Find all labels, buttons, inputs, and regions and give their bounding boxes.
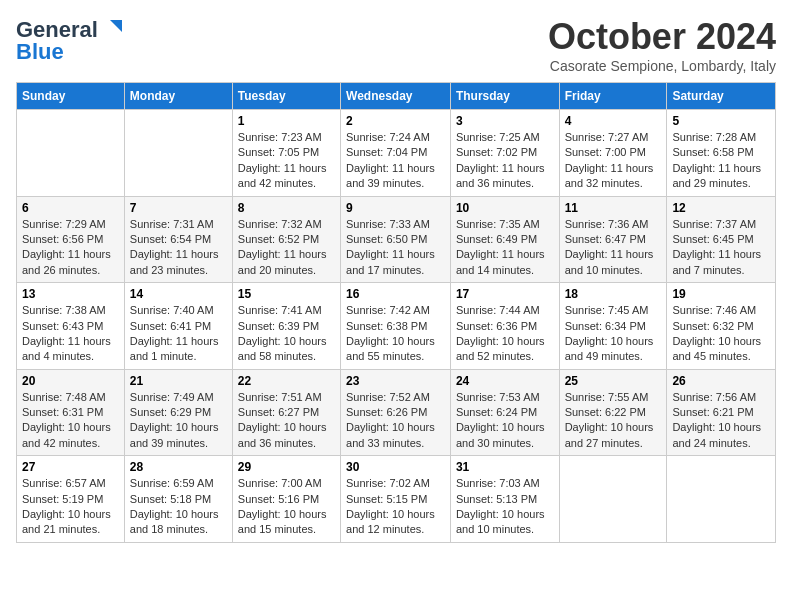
day-cell <box>124 110 232 197</box>
day-cell: 2Sunrise: 7:24 AMSunset: 7:04 PMDaylight… <box>341 110 451 197</box>
page-header: General Blue October 2024 Casorate Sempi… <box>16 16 776 74</box>
day-number: 3 <box>456 114 554 128</box>
day-cell <box>17 110 125 197</box>
day-cell: 19Sunrise: 7:46 AMSunset: 6:32 PMDayligh… <box>667 283 776 370</box>
day-cell <box>667 456 776 543</box>
day-cell: 17Sunrise: 7:44 AMSunset: 6:36 PMDayligh… <box>450 283 559 370</box>
weekday-header-sunday: Sunday <box>17 83 125 110</box>
day-info: Sunrise: 7:40 AMSunset: 6:41 PMDaylight:… <box>130 303 227 365</box>
day-cell: 11Sunrise: 7:36 AMSunset: 6:47 PMDayligh… <box>559 196 667 283</box>
day-number: 11 <box>565 201 662 215</box>
day-number: 24 <box>456 374 554 388</box>
day-info: Sunrise: 7:42 AMSunset: 6:38 PMDaylight:… <box>346 303 445 365</box>
day-info: Sunrise: 7:24 AMSunset: 7:04 PMDaylight:… <box>346 130 445 192</box>
day-cell: 8Sunrise: 7:32 AMSunset: 6:52 PMDaylight… <box>232 196 340 283</box>
day-info: Sunrise: 7:37 AMSunset: 6:45 PMDaylight:… <box>672 217 770 279</box>
day-number: 30 <box>346 460 445 474</box>
day-number: 26 <box>672 374 770 388</box>
day-cell: 30Sunrise: 7:02 AMSunset: 5:15 PMDayligh… <box>341 456 451 543</box>
logo-arrow-icon <box>102 18 124 40</box>
day-cell: 25Sunrise: 7:55 AMSunset: 6:22 PMDayligh… <box>559 369 667 456</box>
day-info: Sunrise: 7:44 AMSunset: 6:36 PMDaylight:… <box>456 303 554 365</box>
week-row-3: 13Sunrise: 7:38 AMSunset: 6:43 PMDayligh… <box>17 283 776 370</box>
day-info: Sunrise: 7:31 AMSunset: 6:54 PMDaylight:… <box>130 217 227 279</box>
day-number: 13 <box>22 287 119 301</box>
day-number: 9 <box>346 201 445 215</box>
day-number: 21 <box>130 374 227 388</box>
day-number: 31 <box>456 460 554 474</box>
weekday-header-friday: Friday <box>559 83 667 110</box>
location-subtitle: Casorate Sempione, Lombardy, Italy <box>548 58 776 74</box>
day-cell: 22Sunrise: 7:51 AMSunset: 6:27 PMDayligh… <box>232 369 340 456</box>
logo: General Blue <box>16 16 124 64</box>
day-number: 6 <box>22 201 119 215</box>
day-number: 4 <box>565 114 662 128</box>
day-cell: 20Sunrise: 7:48 AMSunset: 6:31 PMDayligh… <box>17 369 125 456</box>
week-row-4: 20Sunrise: 7:48 AMSunset: 6:31 PMDayligh… <box>17 369 776 456</box>
day-number: 10 <box>456 201 554 215</box>
day-info: Sunrise: 7:32 AMSunset: 6:52 PMDaylight:… <box>238 217 335 279</box>
day-number: 1 <box>238 114 335 128</box>
day-info: Sunrise: 7:33 AMSunset: 6:50 PMDaylight:… <box>346 217 445 279</box>
weekday-header-tuesday: Tuesday <box>232 83 340 110</box>
day-info: Sunrise: 7:25 AMSunset: 7:02 PMDaylight:… <box>456 130 554 192</box>
day-number: 27 <box>22 460 119 474</box>
day-info: Sunrise: 7:55 AMSunset: 6:22 PMDaylight:… <box>565 390 662 452</box>
day-number: 7 <box>130 201 227 215</box>
day-cell: 14Sunrise: 7:40 AMSunset: 6:41 PMDayligh… <box>124 283 232 370</box>
day-number: 25 <box>565 374 662 388</box>
day-cell: 15Sunrise: 7:41 AMSunset: 6:39 PMDayligh… <box>232 283 340 370</box>
day-info: Sunrise: 7:03 AMSunset: 5:13 PMDaylight:… <box>456 476 554 538</box>
week-row-1: 1Sunrise: 7:23 AMSunset: 7:05 PMDaylight… <box>17 110 776 197</box>
day-cell: 7Sunrise: 7:31 AMSunset: 6:54 PMDaylight… <box>124 196 232 283</box>
day-info: Sunrise: 7:46 AMSunset: 6:32 PMDaylight:… <box>672 303 770 365</box>
day-number: 28 <box>130 460 227 474</box>
weekday-header-thursday: Thursday <box>450 83 559 110</box>
day-cell <box>559 456 667 543</box>
day-cell: 13Sunrise: 7:38 AMSunset: 6:43 PMDayligh… <box>17 283 125 370</box>
day-cell: 10Sunrise: 7:35 AMSunset: 6:49 PMDayligh… <box>450 196 559 283</box>
day-info: Sunrise: 7:02 AMSunset: 5:15 PMDaylight:… <box>346 476 445 538</box>
day-number: 16 <box>346 287 445 301</box>
day-number: 17 <box>456 287 554 301</box>
day-number: 23 <box>346 374 445 388</box>
day-cell: 6Sunrise: 7:29 AMSunset: 6:56 PMDaylight… <box>17 196 125 283</box>
day-info: Sunrise: 7:48 AMSunset: 6:31 PMDaylight:… <box>22 390 119 452</box>
day-cell: 26Sunrise: 7:56 AMSunset: 6:21 PMDayligh… <box>667 369 776 456</box>
day-number: 14 <box>130 287 227 301</box>
week-row-2: 6Sunrise: 7:29 AMSunset: 6:56 PMDaylight… <box>17 196 776 283</box>
day-info: Sunrise: 7:28 AMSunset: 6:58 PMDaylight:… <box>672 130 770 192</box>
day-info: Sunrise: 7:29 AMSunset: 6:56 PMDaylight:… <box>22 217 119 279</box>
day-info: Sunrise: 7:45 AMSunset: 6:34 PMDaylight:… <box>565 303 662 365</box>
day-info: Sunrise: 7:53 AMSunset: 6:24 PMDaylight:… <box>456 390 554 452</box>
day-info: Sunrise: 7:49 AMSunset: 6:29 PMDaylight:… <box>130 390 227 452</box>
day-cell: 29Sunrise: 7:00 AMSunset: 5:16 PMDayligh… <box>232 456 340 543</box>
day-info: Sunrise: 7:51 AMSunset: 6:27 PMDaylight:… <box>238 390 335 452</box>
day-info: Sunrise: 6:59 AMSunset: 5:18 PMDaylight:… <box>130 476 227 538</box>
day-cell: 28Sunrise: 6:59 AMSunset: 5:18 PMDayligh… <box>124 456 232 543</box>
day-cell: 3Sunrise: 7:25 AMSunset: 7:02 PMDaylight… <box>450 110 559 197</box>
day-cell: 24Sunrise: 7:53 AMSunset: 6:24 PMDayligh… <box>450 369 559 456</box>
day-cell: 5Sunrise: 7:28 AMSunset: 6:58 PMDaylight… <box>667 110 776 197</box>
day-number: 20 <box>22 374 119 388</box>
day-number: 19 <box>672 287 770 301</box>
day-number: 29 <box>238 460 335 474</box>
week-row-5: 27Sunrise: 6:57 AMSunset: 5:19 PMDayligh… <box>17 456 776 543</box>
svg-marker-0 <box>110 20 122 32</box>
day-cell: 16Sunrise: 7:42 AMSunset: 6:38 PMDayligh… <box>341 283 451 370</box>
day-info: Sunrise: 7:41 AMSunset: 6:39 PMDaylight:… <box>238 303 335 365</box>
day-cell: 1Sunrise: 7:23 AMSunset: 7:05 PMDaylight… <box>232 110 340 197</box>
day-info: Sunrise: 7:56 AMSunset: 6:21 PMDaylight:… <box>672 390 770 452</box>
day-info: Sunrise: 7:36 AMSunset: 6:47 PMDaylight:… <box>565 217 662 279</box>
calendar-table: SundayMondayTuesdayWednesdayThursdayFrid… <box>16 82 776 543</box>
day-info: Sunrise: 7:00 AMSunset: 5:16 PMDaylight:… <box>238 476 335 538</box>
month-title: October 2024 <box>548 16 776 58</box>
day-cell: 27Sunrise: 6:57 AMSunset: 5:19 PMDayligh… <box>17 456 125 543</box>
day-cell: 21Sunrise: 7:49 AMSunset: 6:29 PMDayligh… <box>124 369 232 456</box>
day-info: Sunrise: 7:52 AMSunset: 6:26 PMDaylight:… <box>346 390 445 452</box>
day-cell: 12Sunrise: 7:37 AMSunset: 6:45 PMDayligh… <box>667 196 776 283</box>
weekday-header-wednesday: Wednesday <box>341 83 451 110</box>
day-number: 18 <box>565 287 662 301</box>
day-info: Sunrise: 7:35 AMSunset: 6:49 PMDaylight:… <box>456 217 554 279</box>
day-cell: 23Sunrise: 7:52 AMSunset: 6:26 PMDayligh… <box>341 369 451 456</box>
